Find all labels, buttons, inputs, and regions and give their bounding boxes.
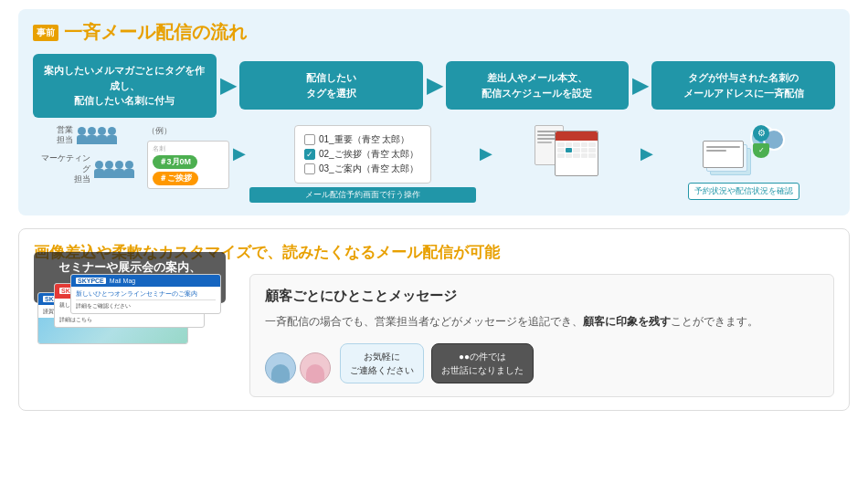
mail-sample-1: SKYPCE Mail Mag 新しいひとつオンラインセミナーのご案内 詳細をご… — [70, 274, 221, 314]
arrow-1: ▶ — [218, 74, 238, 98]
speech-bubbles: お気軽に ご連絡ください ●●の件では お世話になりました — [340, 343, 534, 383]
illus-arrow-2: ▶ — [480, 125, 492, 163]
illus-arrow-3: ▶ — [640, 125, 653, 163]
checklist: 01_重要（青空 太郎） ✓ 02_ご挨拶（青空 太郎） 03_ご案内（青空 太… — [294, 125, 431, 184]
sales-label: 営業担当 — [37, 125, 73, 146]
male-person — [265, 352, 296, 383]
bubble-2-text: ●●の件では お世話になりました — [441, 352, 524, 375]
right-desc: 一斉配信の場合でも、営業担当者などがメッセージを追記でき、顧客に印象を残すことが… — [265, 312, 819, 331]
card-hint: 名刺 — [153, 144, 224, 153]
check-label-3: 03_ご案内（青空 太郎） — [319, 163, 418, 175]
step-4: タグが付与された名刺の メールアドレスに一斉配信 — [651, 61, 835, 110]
top-title-area: 事前 一斉メール配信の流れ — [33, 20, 835, 45]
tag-month: ＃3月0M — [153, 155, 198, 169]
check-item-2: ✓ 02_ご挨拶（青空 太郎） — [304, 148, 421, 161]
operation-label: メール配信予約画面で行う操作 — [249, 187, 477, 203]
step-1: 案内したいメルマガごとにタグを作成し、 配信したい名刺に付与 — [33, 54, 217, 118]
bubble-1-text: お気軽に ご連絡ください — [350, 352, 414, 375]
bubble-2: ●●の件では お世話になりました — [431, 343, 534, 383]
female-avatar — [300, 352, 331, 383]
illus-col-3 — [492, 125, 640, 182]
chat-area: お気軽に ご連絡ください ●●の件では お世話になりました — [265, 343, 819, 383]
illustrations-row: 営業担当 マーケティング担当 — [33, 125, 835, 203]
checkbox-2: ✓ — [304, 149, 315, 160]
check-item-3: 03_ご案内（青空 太郎） — [304, 163, 421, 175]
right-desc-bold: 顧客に印象を残す — [583, 315, 671, 328]
marketing-label: マーケティング担当 — [37, 153, 90, 185]
male-avatar — [265, 352, 296, 383]
illus-col-1: 営業担当 マーケティング担当 — [33, 125, 233, 189]
check-label-1: 01_重要（青空 太郎） — [319, 133, 409, 146]
sales-icons — [77, 127, 117, 144]
right-desc-text2: ことができます。 — [671, 315, 758, 328]
bottom-section: 画像差込や柔軟なカスタマイズで、読みたくなるメール配信が可能 SKYPCE Ma… — [18, 228, 850, 411]
top-section: 事前 一斉メール配信の流れ 案内したいメルマガごとにタグを作成し、 配信したい名… — [18, 9, 850, 215]
step-2: 配信したい タグを選択 — [239, 61, 423, 110]
arrow-3: ▶ — [630, 74, 650, 98]
confirm-label: 予約状況や配信状況を確認 — [688, 183, 799, 200]
right-desc-text: 一斉配信の場合でも、営業担当者などがメッセージを追記でき、 — [265, 315, 583, 328]
female-person — [300, 352, 331, 383]
checkbox-1 — [304, 134, 315, 145]
mail-body-1: 新しいひとつオンラインセミナーのご案内 詳細をご確認ください — [71, 287, 220, 313]
illus-col-2: 01_重要（青空 太郎） ✓ 02_ご挨拶（青空 太郎） 03_ご案内（青空 太… — [246, 125, 481, 203]
example-label: （例） — [147, 125, 172, 137]
illus-arrow-1: ▶ — [233, 125, 246, 163]
mail-logo-1: SKYPCE — [76, 278, 106, 284]
bubble-1: お気軽に ご連絡ください — [340, 343, 424, 383]
tag-greeting: ＃ご挨拶 — [153, 172, 198, 185]
marketing-icons — [94, 161, 134, 178]
checkbox-3 — [304, 163, 315, 174]
check-label-2: 02_ご挨拶（青空 太郎） — [319, 148, 418, 161]
check-item-1: 01_重要（青空 太郎） — [304, 133, 421, 146]
top-title: 一斉メール配信の流れ — [64, 20, 247, 45]
flow-steps: 案内したいメルマガごとにタグを作成し、 配信したい名刺に付与 ▶ 配信したい タ… — [33, 54, 835, 118]
title-badge: 事前 — [33, 25, 58, 41]
mail-header-1: Mail Mag — [110, 278, 135, 284]
illus-col-4: ⚙ ✓ 予約状況や配信状況を確認 — [653, 125, 835, 200]
arrow-2: ▶ — [425, 74, 444, 98]
right-panel: 顧客ごとにひとことメッセージ 一斉配信の場合でも、営業担当者などがメッセージを追… — [249, 274, 834, 397]
step-3: 差出人やメール本文、 配信スケジュールを設定 — [446, 61, 630, 110]
right-title: 顧客ごとにひとことメッセージ — [265, 288, 819, 305]
bottom-content: SKYPCE Mail Mag 謹賀新年 SKYSEA Client View … — [34, 274, 834, 397]
avatars — [265, 352, 331, 383]
main-container: 事前 一斉メール配信の流れ 案内したいメルマガごとにタグを作成し、 配信したい名… — [0, 0, 868, 429]
